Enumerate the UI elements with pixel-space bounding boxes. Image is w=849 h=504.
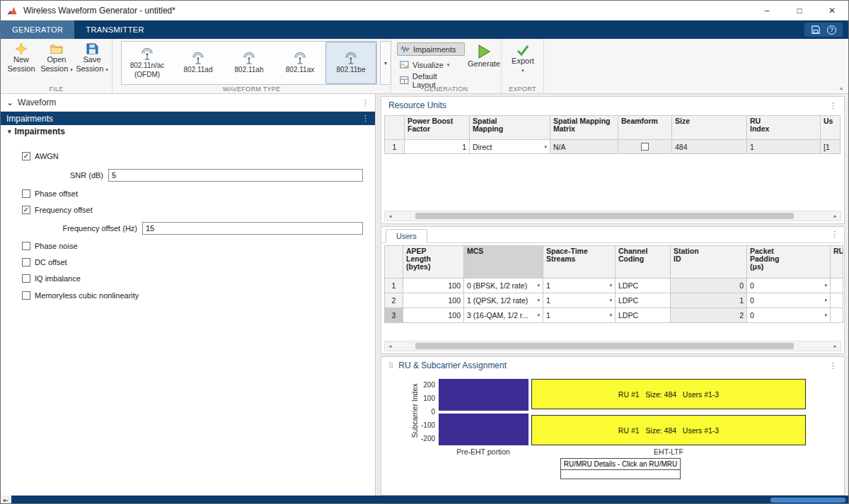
col-ru-index: RU Index <box>747 116 821 140</box>
col-user-numbers: Us <box>821 116 841 140</box>
scroll-track[interactable] <box>395 211 830 221</box>
users-table: APEP Length (bytes) MCS Space-Time Strea… <box>384 245 843 323</box>
packet-padding-dropdown[interactable]: 0▾ <box>747 293 831 308</box>
row-header-cell[interactable]: 3 <box>385 308 403 323</box>
resource-units-hscrollbar[interactable]: ◂ ▸ <box>384 211 841 221</box>
ru-block-top[interactable]: RU #1 Size: 484 Users #1-3 <box>531 379 806 409</box>
waveform-80211ad-button[interactable]: 802.11ad <box>173 42 224 84</box>
waveform-80211be-button[interactable]: 802.11be <box>325 42 376 84</box>
y-tick: 200 <box>417 381 435 389</box>
frequency-offset-label: Frequency offset <box>35 206 93 214</box>
sts-dropdown[interactable]: 1▾ <box>543 293 616 308</box>
impairments-toggle-button[interactable]: Impairments <box>397 42 465 56</box>
scroll-thumb[interactable] <box>415 213 794 219</box>
phase-noise-checkbox[interactable] <box>22 242 30 250</box>
scroll-right-icon[interactable]: ▸ <box>830 211 841 221</box>
scroll-left-icon[interactable]: ◂ <box>385 341 395 351</box>
memoryless-checkbox[interactable] <box>22 291 30 300</box>
collapse-ribbon-icon[interactable]: ▴ <box>840 85 843 91</box>
waveform-80211ax-button[interactable]: 802.11ax <box>275 42 325 84</box>
new-session-button[interactable]: New Session <box>4 42 39 74</box>
iq-imbalance-checkbox[interactable] <box>22 274 30 283</box>
close-button[interactable]: ✕ <box>816 1 848 20</box>
phase-noise-label: Phase noise <box>35 242 78 250</box>
visualize-button[interactable]: Visualize ▾ <box>397 58 465 71</box>
sts-dropdown[interactable]: 1▾ <box>543 308 616 323</box>
ru-subcarrier-menu-icon[interactable]: ⋮ <box>829 361 837 370</box>
col-beamform: Beamform <box>618 116 672 140</box>
waveform-gallery-dropdown[interactable]: ▾ <box>380 41 391 85</box>
scroll-left-icon[interactable]: ◂ <box>385 211 395 221</box>
awgn-checkbox[interactable]: ✓ <box>22 152 30 160</box>
sts-dropdown[interactable]: 1▾ <box>543 279 616 293</box>
phase-offset-checkbox[interactable] <box>22 189 30 198</box>
apep-cell[interactable]: 100 <box>403 293 464 308</box>
tab-users[interactable]: Users <box>386 229 427 243</box>
waveform-section-header[interactable]: ⌄ Waveform ⋮ <box>1 94 375 112</box>
apep-cell[interactable]: 100 <box>403 308 464 323</box>
scroll-track[interactable] <box>395 341 830 351</box>
row-header-cell[interactable]: 1 <box>385 279 403 293</box>
waveform-menu-icon[interactable]: ⋮ <box>362 98 369 107</box>
antenna-icon <box>140 48 154 60</box>
export-label: Export <box>512 57 534 66</box>
users-tab-strip: Users ⋮ <box>381 227 844 243</box>
tab-generator[interactable]: GENERATOR <box>1 20 74 39</box>
spatial-mapping-dropdown[interactable]: Direct ▾ <box>470 140 550 154</box>
resource-units-menu-icon[interactable]: ⋮ <box>829 101 837 110</box>
packet-padding-dropdown[interactable]: 0▾ <box>747 279 831 293</box>
ru-block-bottom[interactable]: RU #1 Size: 484 Users #1-3 <box>531 415 806 445</box>
ru-subcarrier-title: RU & Subcarrier Assignment <box>398 361 507 370</box>
waveform-80211ah-button[interactable]: 802.11ah <box>224 42 275 84</box>
minimize-button[interactable]: – <box>751 1 783 20</box>
ru-cell <box>831 308 843 323</box>
power-boost-cell[interactable]: 1 <box>405 140 470 154</box>
bottom-status-bar: ⇤ <box>1 496 848 504</box>
channel-coding-cell: LDPC <box>616 279 671 293</box>
awgn-label: AWGN <box>35 152 59 160</box>
export-button[interactable]: Export ▾ <box>505 44 541 75</box>
dropdown-icon: ▾ <box>521 66 524 75</box>
panel-drag-handle-icon[interactable]: ⠿ <box>388 362 393 370</box>
open-session-button[interactable]: Open Session ▾ <box>39 42 74 74</box>
mcs-dropdown[interactable]: 0 (BPSK, 1/2 rate)▾ <box>464 279 543 293</box>
users-hscrollbar[interactable]: ◂ ▸ <box>384 341 841 351</box>
impairments-section-title[interactable]: ▾ Impairments <box>8 127 65 136</box>
table-row: 2 100 1 (QPSK, 1/2 rate)▾ 1▾ LDPC 1 0▾ <box>385 293 843 308</box>
visualize-label: Visualize <box>412 61 444 69</box>
channel-coding-cell: LDPC <box>616 308 671 323</box>
resource-units-title-row: Resource Units ⋮ <box>381 97 844 112</box>
maximize-button[interactable]: □ <box>783 1 816 20</box>
save-session-button[interactable]: Save Session ▾ <box>74 42 110 74</box>
dropdown-icon: ▾ <box>544 144 547 150</box>
bottom-scrollbar-thumb[interactable] <box>770 498 845 503</box>
dock-icon[interactable]: ⇤ <box>1 496 11 504</box>
col-station-id: Station ID <box>671 246 747 279</box>
impairments-menu-icon[interactable]: ⋮ <box>362 114 369 123</box>
users-header-row: APEP Length (bytes) MCS Space-Time Strea… <box>385 246 843 279</box>
tab-transmitter[interactable]: TRANSMITTER <box>74 20 156 39</box>
dc-offset-checkbox[interactable] <box>22 258 30 266</box>
y-tick: -200 <box>417 435 435 443</box>
row-header-cell[interactable]: 2 <box>385 293 403 308</box>
frequency-offset-input[interactable] <box>142 222 363 235</box>
help-icon[interactable]: ? <box>827 25 836 35</box>
snr-input[interactable] <box>108 169 363 182</box>
row-header-cell[interactable]: 1 <box>385 140 405 154</box>
generate-button[interactable]: Generate <box>466 44 502 69</box>
waveform-80211ad-label: 802.11ad <box>184 66 213 74</box>
titlebar: Wireless Waveform Generator - untitled* … <box>1 1 848 20</box>
users-menu-icon[interactable]: ⋮ <box>831 230 838 239</box>
impairments-dock-header[interactable]: Impairments ⋮ <box>1 112 375 125</box>
frequency-offset-checkbox[interactable]: ✓ <box>22 206 30 214</box>
scroll-thumb[interactable] <box>415 343 794 349</box>
save-icon[interactable] <box>811 25 821 35</box>
apep-cell[interactable]: 100 <box>403 279 464 293</box>
waveform-80211nac-button[interactable]: 802.11n/ac (OFDM) <box>122 42 173 84</box>
scroll-right-icon[interactable]: ▸ <box>830 341 841 351</box>
packet-padding-dropdown[interactable]: 0▾ <box>747 308 831 323</box>
mcs-dropdown[interactable]: 3 (16-QAM, 1/2 r...▾ <box>464 308 543 323</box>
dropdown-icon: ▾ <box>537 312 540 318</box>
mcs-dropdown[interactable]: 1 (QPSK, 1/2 rate)▾ <box>464 293 543 308</box>
beamform-checkbox[interactable] <box>641 143 649 151</box>
